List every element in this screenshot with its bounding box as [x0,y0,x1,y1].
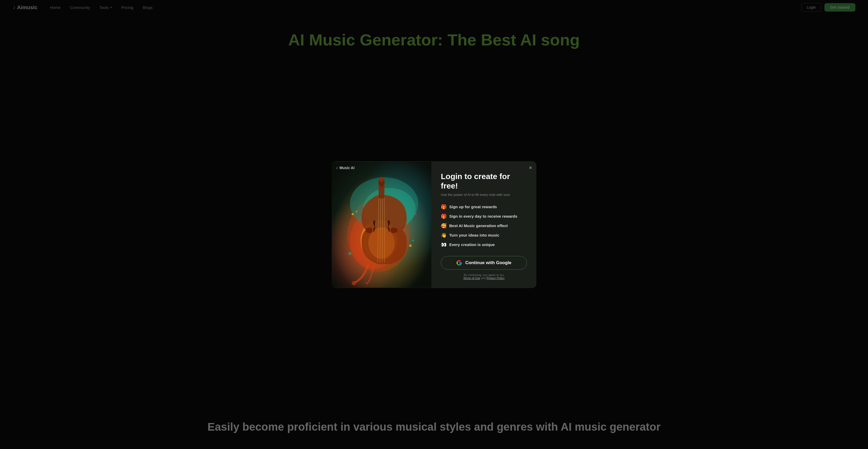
feature-emoji-0: 🎁 [441,204,446,210]
svg-point-15 [379,177,383,182]
privacy-policy-link[interactable]: Privacy Policy [487,276,504,280]
feature-item-4: 👀 Every creation is unique [441,242,527,248]
google-icon [456,260,462,266]
modal-terms: By continuing, you agree to our Terms of… [441,273,527,280]
feature-emoji-2: 🥰 [441,223,446,229]
feature-text-3: Turn your ideas into music [449,233,499,237]
modal-logo-icon: ♪ [336,166,338,170]
feature-text-2: Best AI Music generation effect [449,223,508,228]
feature-emoji-1: 🎁 [441,213,446,219]
terms-of-use-link[interactable]: Terms of Use [463,276,480,280]
svg-point-22 [348,252,351,255]
svg-point-20 [409,244,412,247]
feature-item-3: 👋 Turn your ideas into music [441,232,527,238]
feature-emoji-3: 👋 [441,232,446,238]
feature-text-0: Sign up for great rewards [449,205,497,209]
feature-text-4: Every creation is unique [449,242,495,247]
svg-point-17 [366,282,368,285]
svg-point-24 [368,227,395,259]
google-button-label: Continue with Google [465,260,512,266]
feature-text-1: Sign in every day to receive rewards [449,214,517,218]
modal-title: Login to create for free! [441,172,527,191]
svg-point-21 [412,239,414,241]
svg-point-18 [351,213,354,215]
svg-point-19 [356,211,357,212]
continue-with-google-button[interactable]: Continue with Google [441,256,527,270]
feature-emoji-4: 👀 [441,242,446,248]
login-modal: ♪ Music AI [332,161,536,288]
modal-overlay: ♪ Music AI [0,0,868,449]
modal-subtitle: Use the power of AI to fill every note w… [441,193,527,197]
modal-image-panel: ♪ Music AI [332,161,431,288]
feature-item-0: 🎁 Sign up for great rewards [441,204,527,210]
violin-illustration [332,161,431,288]
feature-item-1: 🎁 Sign in every day to receive rewards [441,213,527,219]
terms-prefix: By continuing, you agree to our [464,273,504,276]
modal-features-list: 🎁 Sign up for great rewards 🎁 Sign in ev… [441,204,527,248]
modal-content: × Login to create for free! Use the powe… [431,161,536,288]
svg-point-23 [414,213,417,215]
modal-logo-text: Music AI [339,166,354,170]
modal-logo: ♪ Music AI [336,166,354,170]
close-button[interactable]: × [529,165,532,171]
svg-point-16 [352,281,356,285]
feature-item-2: 🥰 Best AI Music generation effect [441,223,527,229]
